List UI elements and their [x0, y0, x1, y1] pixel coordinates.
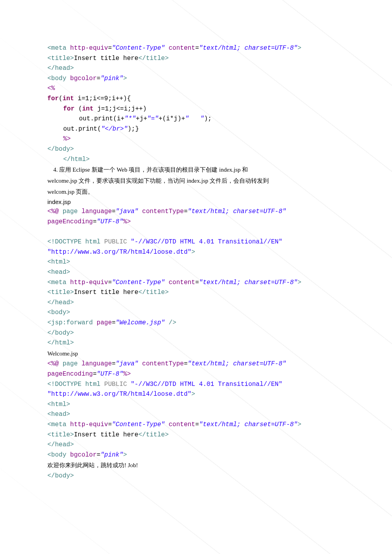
question-text-line: 4. 应用 Eclipse 新建一个 Web 项目，并在该项目的根目录下创建 i… [47, 165, 345, 176]
tag: </head> [47, 441, 74, 448]
tag: </html> [63, 156, 90, 163]
attr: contentType [138, 208, 184, 215]
jsp-directive: <%@ [47, 208, 62, 215]
attr: http-equiv [70, 279, 108, 286]
code-line: </body> [47, 471, 345, 481]
code-line: <!DOCTYPE html PUBLIC "-//W3C//DTD HTML … [47, 237, 345, 247]
eq: = [97, 451, 101, 459]
text: +j+ [136, 115, 147, 122]
tag: > [298, 279, 302, 286]
eq: = [112, 319, 116, 326]
tag: > [123, 451, 127, 459]
tag: <jsp:forward [47, 319, 97, 326]
attr: content [165, 279, 195, 286]
code-line: </head> [47, 64, 345, 74]
string: "text/html; charset=UTF-8" [188, 360, 286, 367]
code-line: <meta http-equiv="Content-Type" content=… [47, 43, 345, 54]
keyword: int [82, 105, 94, 112]
code-line: <meta http-equiv="Content-Type" content=… [47, 278, 345, 288]
string: "text/html; charset=UTF-8" [199, 45, 298, 52]
string: "pink" [100, 75, 123, 82]
tag: <html> [47, 258, 70, 266]
text: );} [128, 125, 139, 133]
code-line: %> [47, 134, 345, 144]
eq: = [195, 421, 199, 428]
string: "Welcome.jsp" [116, 319, 165, 326]
code-line: <body bgcolor="pink"> [47, 74, 345, 84]
doctype: html [85, 381, 104, 388]
code-line: <html> [47, 400, 345, 410]
tag: <meta [47, 279, 70, 286]
scriptlet-open: <% [47, 85, 55, 92]
code-line: "http://www.w3.org/TR/html4/loose.dtd"> [47, 389, 345, 400]
code-line: <head> [47, 410, 345, 420]
tag: page [62, 208, 81, 215]
tag: </head> [47, 299, 74, 306]
tag: <meta [47, 421, 70, 428]
attr: bgcolor [70, 451, 97, 459]
keyword: for [47, 95, 59, 102]
tag: <body [47, 451, 70, 459]
tag: <head> [47, 411, 70, 418]
tag: </title> [138, 431, 169, 438]
code-line: <title>Insert title here</title> [47, 430, 345, 440]
attr: pageEncoding [47, 371, 93, 378]
string: "</br>" [101, 125, 128, 133]
eq: = [184, 208, 188, 215]
code-line: <body> [47, 308, 345, 318]
tag: <meta [47, 45, 70, 52]
string: " " [185, 115, 204, 122]
file-label-welcome: Welcome.jsp [47, 348, 345, 359]
code-line: out.print(i+"*"+j+"="+(i*j)+" "); [47, 114, 345, 124]
welcome-text: 欢迎你来到此网站，跳转成功! Job! [47, 462, 138, 468]
tag: </body> [47, 329, 74, 337]
eq: = [93, 218, 97, 225]
string: "=" [147, 115, 159, 122]
text: i=1;i<=9;i++){ [74, 95, 131, 102]
tag: </title> [138, 289, 169, 296]
question-text-line: welcome.jsp 文件，要求该项目实现如下功能，当访问 index.jsp… [47, 176, 345, 187]
tag: </head> [47, 65, 74, 72]
tag: > [191, 249, 195, 256]
keyword: int [62, 95, 74, 102]
attr: content [165, 45, 195, 52]
document-page: <meta http-equiv="Content-Type" content=… [47, 43, 345, 481]
code-line: "http://www.w3.org/TR/html4/loose.dtd"> [47, 247, 345, 258]
doctype-string: "-//W3C//DTD HTML 4.01 Transitional//EN" [131, 238, 282, 245]
string: "pink" [100, 451, 123, 459]
code-line: <%@ page language="java" contentType="te… [47, 207, 345, 217]
text: ( [78, 105, 82, 112]
tag: </title> [138, 55, 169, 62]
doctype: <!DOCTYPE [47, 238, 85, 245]
code-line: <meta http-equiv="Content-Type" content=… [47, 420, 345, 430]
tag: <html> [47, 401, 70, 408]
doctype-string: "-//W3C//DTD HTML 4.01 Transitional//EN" [131, 381, 282, 388]
tag: </body> [47, 146, 74, 153]
tag: /> [165, 319, 176, 326]
code-line: <title>Insert title here</title> [47, 288, 345, 298]
eq: = [195, 279, 199, 286]
code-line: </head> [47, 298, 345, 308]
code-line: 欢迎你来到此网站，跳转成功! Job! [47, 460, 345, 471]
question-text-line: welcom.jsp 页面。 [47, 187, 345, 198]
text: out.print(i+ [79, 115, 124, 122]
code-line: </body> [47, 328, 345, 339]
attr: language [81, 360, 112, 367]
string: "Content-Type" [112, 279, 165, 286]
code-line: </body> [47, 144, 345, 155]
text: Insert title here [74, 431, 138, 438]
string: "Content-Type" [112, 45, 165, 52]
tag: </body> [47, 472, 74, 479]
tag: > [298, 45, 302, 52]
tag: > [298, 421, 302, 428]
code-line: <head> [47, 268, 345, 278]
string: "text/html; charset=UTF-8" [199, 421, 298, 428]
tag: > [123, 75, 127, 82]
code-line: <title>Insert title here</title> [47, 54, 345, 64]
attr: page [97, 319, 112, 326]
attr: content [165, 421, 195, 428]
tag: <body [47, 75, 70, 82]
jsp-directive: %> [123, 371, 131, 378]
tag: </html> [47, 339, 74, 346]
text: j=1;j<=i;j++) [94, 105, 146, 112]
